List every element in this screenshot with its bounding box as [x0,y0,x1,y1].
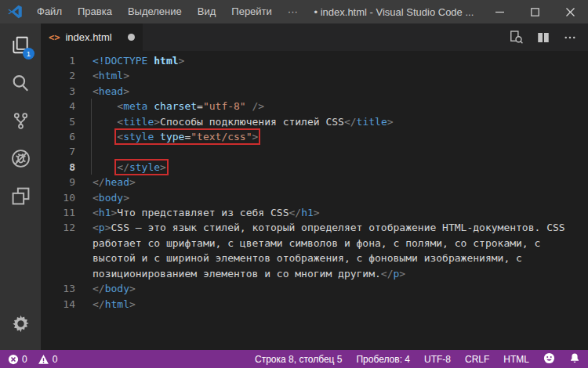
line-number[interactable]: 11 [41,205,75,220]
code-line-content [75,144,588,159]
more-actions-button[interactable] [563,31,577,45]
code-line[interactable]: 14</html> [41,297,588,312]
activity-search[interactable] [0,64,41,102]
indentation[interactable]: Пробелов: 4 [356,354,410,365]
code-line-content: <!DOCTYPE html> [75,53,588,68]
line-number[interactable]: 1 [41,53,75,68]
code-line[interactable]: 13</body> [41,281,588,296]
close-button[interactable] [553,0,588,23]
vscode-logo-icon [7,4,23,20]
code-line-content: </style> [75,160,588,175]
title-bar: Файл Правка Выделение Вид Перейти ··· • … [0,0,588,23]
code-token: Способы подключения стилей CSS [160,116,344,128]
menu-bar: Файл Правка Выделение Вид Перейти ··· [29,0,306,23]
code-token: head [105,176,129,188]
code-line-content: <style type="text/css"> [75,129,588,144]
minimize-button[interactable] [482,0,517,23]
encoding[interactable]: UTF-8 [424,354,451,365]
code-line[interactable]: 1<!DOCTYPE html> [41,53,588,68]
line-number[interactable]: 14 [41,297,75,312]
code-line[interactable]: 3<head> [41,84,588,99]
activity-extensions[interactable] [0,177,41,215]
code-line[interactable]: 10<body> [41,190,588,205]
code-line[interactable]: 8 </style> [41,160,588,175]
code-line-content: </body> [75,281,588,296]
code-token: title [123,116,154,128]
activity-settings[interactable] [0,305,41,342]
code-line[interactable]: 4 <meta charset="utf-8" /> [41,99,588,114]
errors-indicator: 0 [8,354,27,365]
tab-index-html[interactable]: <> index.html [41,23,143,51]
line-number[interactable]: 6 [41,129,75,144]
line-number[interactable]: 10 [41,190,75,205]
code-line[interactable]: 6 <style type="text/css"> [41,129,588,144]
maximize-button[interactable] [517,0,553,23]
error-count: 0 [22,354,27,365]
line-number[interactable]: 2 [41,68,75,83]
code-line-content: <h1>Что представляет из себя CSS</h1> [75,205,588,220]
code-token: body [99,192,123,204]
line-number[interactable]: 4 [41,99,75,114]
code-token: charset [147,100,197,112]
language-mode[interactable]: HTML [503,354,529,365]
code-line[interactable]: 7 [41,144,588,159]
code-token: > [387,116,394,128]
code-token: h1 [301,207,314,218]
code-token: title [357,116,387,128]
line-number[interactable]: 9 [41,175,75,189]
code-line[interactable]: 2<html> [41,68,588,83]
code-editor[interactable]: 1<!DOCTYPE html>2<html>3<head>4 <meta ch… [41,51,588,350]
menu-go[interactable]: Перейти [223,0,280,23]
line-number[interactable]: 5 [41,114,75,129]
menu-file[interactable]: Файл [29,0,70,23]
eol-sequence[interactable]: CRLF [465,354,489,365]
line-number[interactable]: 12 [41,220,75,281]
activity-explorer[interactable]: 1 [0,27,41,64]
code-token: /> [246,100,264,112]
open-preview-button[interactable] [509,30,524,45]
activity-source-control[interactable] [0,102,41,139]
line-number[interactable]: 3 [41,84,75,99]
code-line-content: <meta charset="utf-8" /> [75,99,588,114]
code-line-content: <head> [75,84,588,99]
notifications-button[interactable] [569,352,580,366]
code-line[interactable]: 12<p>CSS — это язык стилей, который опре… [41,220,588,281]
code-token: < [93,70,99,81]
code-token: Что представляет из себя CSS [117,207,289,218]
search-icon [10,73,31,93]
code-line[interactable]: 9</head> [41,175,588,189]
code-token: html [147,55,178,67]
line-number[interactable]: 8 [41,160,75,175]
code-token: </ [93,298,105,310]
line-number[interactable]: 13 [41,281,75,296]
code-token: body [105,283,129,294]
red-annotation-box: </style> [117,161,166,173]
menu-selection[interactable]: Выделение [120,0,190,23]
code-token: style [123,131,154,143]
code-line[interactable]: 5 <title>Способы подключения стилей CSS<… [41,114,588,129]
main-area: 1 [0,23,588,350]
warnings-indicator: 0 [38,354,58,365]
activity-debug[interactable] [0,139,41,177]
code-token: > [123,70,129,81]
line-number[interactable]: 7 [41,144,75,159]
code-token [93,131,117,143]
cursor-position[interactable]: Строка 8, столбец 5 [255,354,342,365]
split-editor-button[interactable] [536,31,550,45]
code-token: style [129,161,160,173]
code-token: </ [344,116,357,128]
code-token: > [399,268,405,280]
menu-view[interactable]: Вид [190,0,224,23]
tab-bar: <> index.html [41,23,588,51]
code-token: > [129,298,136,310]
menu-edit[interactable]: Правка [70,0,120,23]
window-title: • index.html - Visual Studio Code ... [306,6,482,18]
status-problems[interactable]: 0 0 [8,354,64,365]
code-token: > [154,116,160,128]
menu-overflow[interactable]: ··· [280,0,306,23]
error-icon [8,354,19,365]
code-token: "text/css" [191,131,252,143]
code-line[interactable]: 11<h1>Что представляет из себя CSS</h1> [41,205,588,220]
modified-dot-icon[interactable] [128,34,135,41]
feedback-button[interactable] [543,352,555,366]
